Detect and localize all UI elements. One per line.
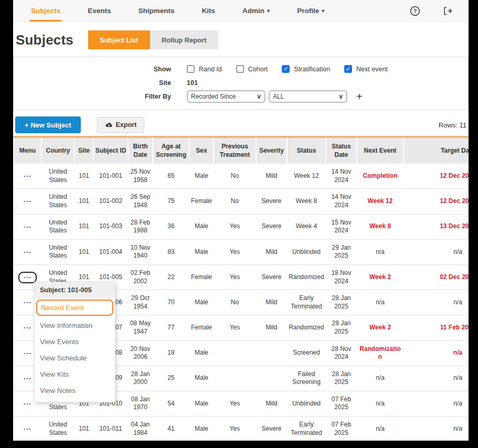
cell-next-event: n/a: [357, 391, 403, 416]
app-window: SubjectsEventsShipmentsKitsAdmin▾Profile…: [13, 0, 469, 441]
cell-country: United States: [41, 164, 75, 189]
help-icon[interactable]: ?: [410, 6, 420, 16]
context-menu-item-record-event[interactable]: Record Event: [36, 300, 113, 316]
cell-next-event: n/a: [357, 417, 403, 441]
cell-next-event: n/a: [357, 366, 403, 391]
cell-target-date: 02 Dec 2024: [403, 264, 469, 290]
export-button[interactable]: Export: [97, 117, 145, 133]
nav-item-label: Shipments: [139, 7, 175, 15]
cell-target-date: 11 Feb 2025: [403, 315, 469, 340]
cell-sex: Male: [189, 164, 214, 189]
cell-target-date: 13 Dec 2024: [403, 214, 469, 239]
cell-next-event: n/a: [357, 290, 403, 315]
add-filter-button[interactable]: +: [356, 91, 363, 102]
cell-next-event: n/a: [357, 239, 403, 264]
column-header-severity: Severity: [256, 137, 287, 164]
checkbox-rand-id[interactable]: Rand Id: [187, 65, 222, 73]
cell-birth-date: 28 Feb 1988: [128, 214, 153, 239]
cell-previous-treatment: Yes: [214, 315, 256, 340]
nav-item-shipments[interactable]: Shipments: [137, 0, 176, 22]
cell-severity: Mild: [256, 164, 287, 189]
nav-items: SubjectsEventsShipmentsKitsAdmin▾Profile…: [30, 0, 350, 22]
checkbox-label: Stratification: [294, 66, 330, 73]
cell-age: 83: [153, 239, 189, 264]
row-menu-button[interactable]: ...: [19, 399, 36, 409]
cell-next-event: Week 12: [357, 189, 403, 214]
row-menu-button[interactable]: ...: [19, 349, 36, 358]
subject-table-header-row: MenuCountrySiteSubject IDBirth DateAge a…: [14, 137, 469, 164]
column-header-sex: Sex: [189, 137, 214, 164]
new-subject-button[interactable]: + New Subject: [15, 116, 81, 133]
cell-status-date: 14 Nov 2024: [326, 164, 357, 189]
show-label: Show: [14, 66, 171, 73]
cell-previous-treatment: Yes: [214, 391, 256, 416]
svg-text:?: ?: [413, 8, 417, 14]
cell-birth-date: 02 Feb 2002: [128, 264, 153, 290]
cell-status: Week 4: [287, 214, 326, 239]
cell-country: United States: [41, 189, 75, 214]
row-menu-button[interactable]: ...: [19, 248, 36, 257]
nav-item-label: Profile: [297, 7, 319, 15]
cell-target-date: n/a: [403, 391, 469, 416]
checkbox-next-event[interactable]: ✓Next event: [344, 65, 388, 73]
logout-icon[interactable]: [442, 6, 453, 16]
cell-age: 36: [153, 214, 189, 239]
cell-age: 18: [153, 340, 189, 366]
context-menu-item-view-events[interactable]: View Events: [35, 334, 115, 350]
table-row: ...United States101101-01104 Jan 198441M…: [14, 417, 469, 441]
cell-status: Week 8: [287, 189, 326, 214]
cell-severity: [256, 366, 287, 391]
checkbox-cohort[interactable]: Cohort: [236, 65, 268, 73]
cloud-download-icon: [105, 122, 113, 129]
cell-birth-date: 29 Oct 1954: [128, 290, 153, 315]
nav-item-subjects[interactable]: Subjects: [30, 0, 61, 22]
row-menu-button[interactable]: ...: [19, 172, 36, 181]
title-row: Subjects Subject ListRollup Report: [13, 22, 469, 49]
nav-item-kits[interactable]: Kits: [201, 0, 217, 22]
subject-context-menu: Subject: 101-005 Record EventView Inform…: [34, 282, 115, 402]
cell-age: 25: [153, 366, 189, 391]
context-menu-item-view-information[interactable]: View Information: [35, 317, 115, 334]
row-menu-button[interactable]: ...: [19, 323, 36, 333]
context-menu-item-view-notes[interactable]: View Notes: [35, 382, 115, 399]
context-menu-item-view-kits[interactable]: View Kits: [35, 366, 115, 382]
site-label: Site: [14, 79, 171, 87]
row-menu-button[interactable]: ...: [19, 222, 36, 232]
cell-birth-date: 10 Nov 1940: [128, 239, 153, 264]
row-menu-button[interactable]: ...: [19, 374, 36, 383]
nav-item-label: Subjects: [31, 7, 60, 15]
cell-target-date: n/a: [403, 340, 469, 366]
cell-status-date: 07 Feb 2025: [326, 391, 357, 416]
view-tabs: Subject ListRollup Report: [88, 30, 218, 49]
tab-subject-list[interactable]: Subject List: [88, 30, 150, 49]
context-menu-item-view-schedule[interactable]: View Schedule: [35, 350, 115, 366]
nav-item-profile[interactable]: Profile▾: [296, 0, 325, 22]
column-header-status-date: Status Date: [326, 137, 357, 164]
row-menu-button[interactable]: ...: [19, 298, 36, 307]
tab-rollup-report[interactable]: Rollup Report: [150, 30, 218, 49]
column-header-country: Country: [41, 137, 75, 164]
row-menu-button[interactable]: ...: [19, 424, 36, 434]
rows-count: Rows: 11: [439, 121, 468, 129]
cell-status: Screened: [287, 340, 326, 366]
cell-severity: Mild: [256, 239, 287, 264]
filter-value-dropdown[interactable]: ALL ∨: [269, 90, 347, 103]
cell-country: United States: [41, 214, 75, 239]
row-menu-button[interactable]: ...: [19, 197, 36, 206]
cell-status: Early Terminated: [287, 417, 326, 441]
cell-status: Failed Screening: [287, 366, 326, 391]
cell-previous-treatment: No: [214, 290, 256, 315]
filter-value-value: ALL: [273, 93, 338, 100]
cell-subject-id: 101-003: [93, 214, 128, 239]
nav-item-admin[interactable]: Admin▾: [241, 0, 271, 22]
filter-field-dropdown[interactable]: Recorded Since ∨: [187, 90, 265, 103]
cell-birth-date: 08 May 1947: [128, 315, 153, 340]
cell-next-event: Completion: [357, 164, 403, 189]
checkbox-stratification[interactable]: ✓Stratification: [282, 65, 330, 73]
cell-birth-date: 08 Jan 1970: [128, 391, 153, 416]
export-label: Export: [116, 121, 137, 129]
cell-site: 101: [75, 417, 93, 441]
cell-status: Early Terminated: [287, 290, 326, 315]
nav-item-events[interactable]: Events: [87, 0, 112, 22]
cell-age: 70: [153, 290, 189, 315]
